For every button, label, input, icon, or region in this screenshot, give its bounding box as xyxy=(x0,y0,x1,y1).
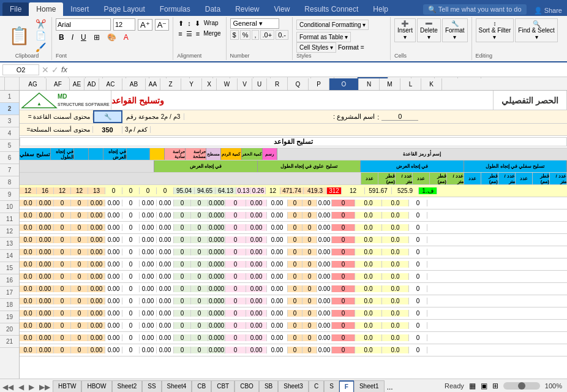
cell-o2-selected[interactable]: 🔧 xyxy=(93,110,122,123)
sheet-tab-sheet4[interactable]: Sheet4 xyxy=(162,380,192,393)
ch-x: X xyxy=(202,78,217,90)
grid-rows-area: 1 2 3 4 5 6 7 8 9 10 11 12 13 14 15 16 1… xyxy=(0,91,567,379)
align-middle-button[interactable]: ↕ xyxy=(186,18,192,29)
sheet-tab-sheet1[interactable]: Sheet1 xyxy=(354,380,385,393)
row-8[interactable]: 12 16 12 12 13 0 0 0 0 95.04 94.65 64.13… xyxy=(20,185,567,197)
sheet-tab-hbow[interactable]: HBOW xyxy=(81,380,111,393)
rn-13: 13 xyxy=(0,238,19,250)
tab-home[interactable]: Home xyxy=(29,2,63,16)
tab-nav-prev[interactable]: ◀ xyxy=(16,382,26,393)
format-painter-button[interactable]: 🖌️ xyxy=(34,42,48,53)
ch-u: U xyxy=(252,78,267,90)
delete-button[interactable]: ➖Delete ▾ xyxy=(417,18,441,42)
cell-styles-button[interactable]: Cell Styles ▾ xyxy=(296,42,336,53)
tab-results-connect[interactable]: Results Connect xyxy=(297,2,366,16)
font-name-input[interactable]: Arial xyxy=(56,18,111,31)
tab-data[interactable]: Data xyxy=(198,2,228,16)
sheet-tab-c[interactable]: C xyxy=(309,380,324,393)
row-16[interactable]: 0.00.00000.000.0000.000.00000.00000.000.… xyxy=(20,283,567,295)
sheet-tab-cbo[interactable]: CBO xyxy=(235,380,259,393)
cell-reference-input[interactable]: O2 xyxy=(2,64,39,75)
row-9[interactable]: 0.00.00000.000.0000.000.00000.00000.000.… xyxy=(20,197,567,209)
tab-page-layout[interactable]: Page Layout xyxy=(96,2,152,16)
underline-button[interactable]: U xyxy=(78,32,89,43)
paste-button[interactable]: 📋 xyxy=(6,24,32,47)
align-top-button[interactable]: ⬆ xyxy=(177,18,185,29)
tab-file[interactable]: File xyxy=(2,2,29,16)
font-color-button[interactable]: A xyxy=(121,32,132,43)
sheet-tab-f[interactable]: F xyxy=(339,380,354,393)
border-button[interactable]: ⊞ xyxy=(91,32,103,43)
fill-color-button[interactable]: 🎨 xyxy=(104,32,119,43)
sort-filter-button[interactable]: ↕Sort & Filter ▾ xyxy=(476,18,514,42)
tab-nav-next[interactable]: ▶ xyxy=(26,382,37,393)
row-11[interactable]: 0.00.00000.000.0000.000.00000.00000.000.… xyxy=(20,222,567,234)
rn-17: 17 xyxy=(0,287,19,299)
number-format-dropdown[interactable]: General ▾ xyxy=(230,18,279,29)
view-break-button[interactable]: ⊞ xyxy=(492,382,498,390)
tab-review[interactable]: Review xyxy=(228,2,266,16)
decrease-font-button[interactable]: A⁻ xyxy=(155,19,170,31)
italic-button[interactable]: I xyxy=(69,32,77,43)
zoom-slider[interactable] xyxy=(503,382,540,390)
row-19[interactable]: 0.00.00000.000.0000.000.00000.00000.000.… xyxy=(20,320,567,332)
row-15[interactable]: 0.00.00000.000.0000.000.00000.00000.000.… xyxy=(20,271,567,283)
increase-font-button[interactable]: A⁺ xyxy=(138,19,152,31)
increase-decimal-button[interactable]: .0+ xyxy=(260,30,275,40)
tab-nav-right[interactable]: ▶▶ xyxy=(37,382,53,393)
view-normal-button[interactable]: ▦ xyxy=(469,382,476,390)
sheet-tab-cb[interactable]: CB xyxy=(192,380,211,393)
row-3: محتوى أسمنت المسلحة= 350 كغم / م3 xyxy=(20,124,567,136)
sheet-tab-hbtw[interactable]: HBTW xyxy=(53,380,81,393)
copy-button[interactable]: 📄 xyxy=(34,30,48,41)
format-button[interactable]: 🔧Format ▾ xyxy=(442,18,468,42)
cells-area: ▲ MDSTRUCTURE SOFTWARE وتسليح القواعد ال… xyxy=(20,91,567,379)
search-box[interactable]: 🔍 Tell me what you want to do xyxy=(423,4,527,15)
ribbon-content: 📋 ✂️ 📄 🖌️ Clipboard Arial 12 A⁺ A⁻ B I U… xyxy=(0,16,567,62)
align-right-button[interactable]: ≡ xyxy=(195,29,201,39)
comma-button[interactable]: , xyxy=(252,30,258,40)
sheet-tab-sheet3[interactable]: Sheet3 xyxy=(278,380,309,393)
sheet-tab-s[interactable]: S xyxy=(324,380,339,393)
sheet-tab-more[interactable]: ... xyxy=(385,382,396,393)
sheet-tab-sb[interactable]: SB xyxy=(259,380,278,393)
tab-help[interactable]: Help xyxy=(366,2,396,16)
conditional-formatting-button[interactable]: Conditional Formatting ▾ xyxy=(296,20,369,30)
sheet-tab-ss[interactable]: SS xyxy=(142,380,161,393)
align-left-button[interactable]: ≡ xyxy=(177,29,183,39)
tab-formulas[interactable]: Formulas xyxy=(152,2,198,16)
row-12[interactable]: 0.00.00000.000.0000.000.00000.00000.000.… xyxy=(20,234,567,246)
merge-button[interactable]: Merge xyxy=(202,29,222,39)
sheet-tab-sheet2[interactable]: Sheet2 xyxy=(112,380,143,393)
currency-button[interactable]: $ xyxy=(230,30,239,40)
insert-button[interactable]: ➕Insert ▾ xyxy=(394,18,416,42)
find-select-button[interactable]: 🔍Find & Select ▾ xyxy=(515,18,557,42)
formula-input[interactable] xyxy=(70,64,565,75)
row-21[interactable]: 0.00.00000.000.0000.000.00000.00000.000.… xyxy=(20,344,567,356)
share-button[interactable]: 👤 Share xyxy=(529,6,567,16)
zoom-level[interactable]: 100% xyxy=(545,382,562,390)
format-as-table-button[interactable]: Format as Table ▾ xyxy=(296,32,351,42)
align-bottom-button[interactable]: ⬇ xyxy=(193,18,201,29)
row-18[interactable]: 0.00.00000.000.0000.000.00000.00000.000.… xyxy=(20,307,567,320)
row-17[interactable]: 0.00.00000.000.0000.000.00000.00000.000.… xyxy=(20,295,567,307)
row-14[interactable]: 0.00.00000.000.0000.000.00000.00000.000.… xyxy=(20,258,567,271)
font-size-input[interactable]: 12 xyxy=(113,18,135,31)
sheet-tab-cbt[interactable]: CBT xyxy=(211,380,235,393)
tab-nav-left[interactable]: ◀◀ xyxy=(0,382,16,393)
ch-af: AF xyxy=(47,78,70,90)
view-layout-button[interactable]: ▣ xyxy=(481,382,487,390)
row-10[interactable]: 0.00.00000.000.0000.000.00000.00000.000.… xyxy=(20,209,567,222)
percent-button[interactable]: % xyxy=(240,30,251,40)
cut-button[interactable]: ✂️ xyxy=(34,18,48,29)
tab-insert[interactable]: Insert xyxy=(63,2,96,16)
wrap-text-button[interactable]: Wrap xyxy=(203,18,220,29)
rn-5: 5 xyxy=(0,140,19,152)
row-13[interactable]: 0.00.00000.000.0000.000.00000.00000.000.… xyxy=(20,246,567,258)
decrease-decimal-button[interactable]: 0.- xyxy=(276,30,288,40)
row-20[interactable]: 0.00.00000.000.0000.000.00000.00000.000.… xyxy=(20,332,567,344)
tab-view[interactable]: View xyxy=(267,2,298,16)
bold-button[interactable]: B xyxy=(56,32,67,43)
rn-3: 3 xyxy=(0,115,19,127)
align-center-button[interactable]: ☰ xyxy=(185,29,193,39)
